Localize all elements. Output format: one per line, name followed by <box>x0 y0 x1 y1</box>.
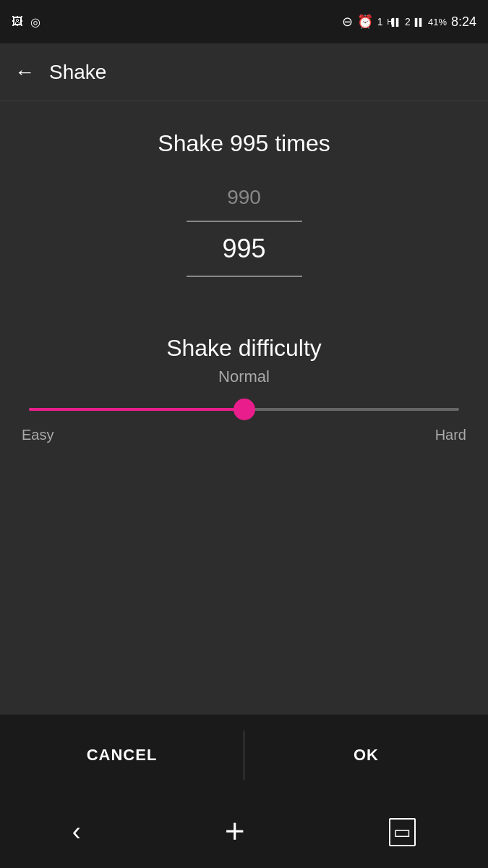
battery-icon: 41% <box>428 17 447 27</box>
signal-2-icon: ▌▌ <box>415 18 424 26</box>
bottom-buttons: CANCEL OK <box>0 715 488 796</box>
alarm-icon: ⏰ <box>357 14 373 30</box>
picker-number-above: 990 <box>227 186 261 209</box>
dnd-icon: ⊖ <box>342 14 353 30</box>
difficulty-section: Shake difficulty Normal Easy Hard <box>0 292 488 458</box>
status-left-icons: 🖼 ◎ <box>12 15 40 29</box>
cancel-button[interactable]: CANCEL <box>0 715 244 796</box>
difficulty-slider[interactable] <box>22 408 466 411</box>
page-title: Shake <box>49 61 106 84</box>
ok-button[interactable]: OK <box>244 715 488 796</box>
top-bar: ← Shake <box>0 43 488 101</box>
status-right-info: ⊖ ⏰ 1 H▌▌ 2 ▌▌ 41% 8:24 <box>342 14 476 30</box>
network-1-label: 1 <box>377 16 383 27</box>
time-display: 8:24 <box>451 14 476 30</box>
difficulty-title: Shake difficulty <box>166 335 322 362</box>
difficulty-value: Normal <box>218 367 270 386</box>
image-icon: 🖼 <box>12 15 23 28</box>
shake-title: Shake 995 times <box>158 130 330 157</box>
picker-number-selected: 995 <box>222 234 265 264</box>
main-content: Shake 995 times 990 995 Shake difficulty… <box>0 101 488 458</box>
nav-menu-button[interactable]: ✕ <box>218 815 252 848</box>
shake-times-section: Shake 995 times 990 995 <box>0 101 488 292</box>
picker-divider-bottom <box>187 276 302 277</box>
slider-label-hard: Hard <box>435 427 466 443</box>
network-2-label: 2 <box>405 16 411 27</box>
number-picker[interactable]: 990 995 <box>172 186 317 277</box>
nav-bar: ‹ ✕ ▭ <box>0 796 488 868</box>
picker-divider-top <box>187 221 302 222</box>
slider-fill <box>29 408 244 411</box>
signal-h-icon: H▌▌ <box>388 18 401 26</box>
slider-track <box>29 408 459 411</box>
slider-thumb[interactable] <box>234 399 255 420</box>
slider-label-easy: Easy <box>22 427 53 443</box>
whatsapp-icon: ◎ <box>30 15 40 29</box>
nav-back-button[interactable]: ‹ <box>72 817 81 847</box>
back-button[interactable]: ← <box>14 61 35 84</box>
nav-recents-button[interactable]: ▭ <box>389 818 416 846</box>
status-bar: 🖼 ◎ ⊖ ⏰ 1 H▌▌ 2 ▌▌ 41% 8:24 <box>0 0 488 43</box>
slider-labels: Easy Hard <box>22 427 466 443</box>
